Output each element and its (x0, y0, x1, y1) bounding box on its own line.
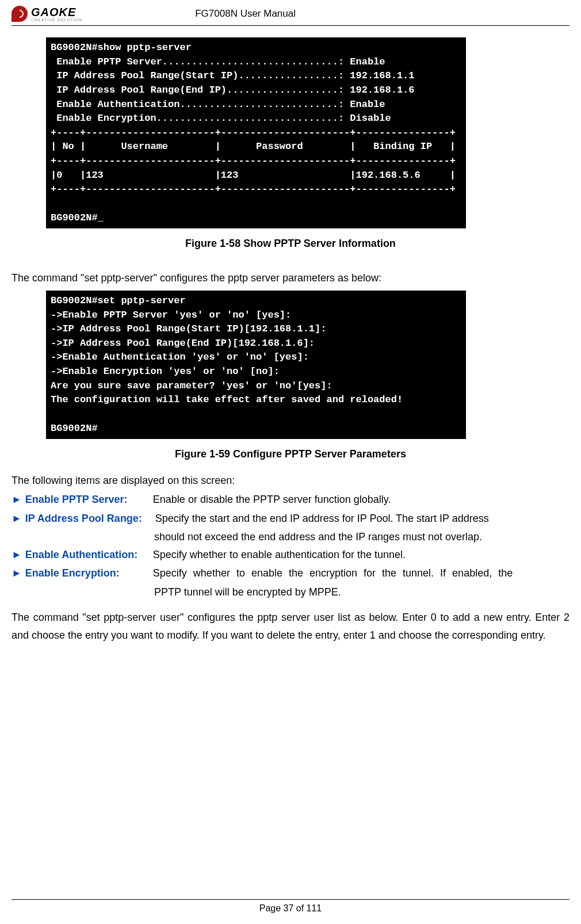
page-number: Page 37 of 111 (259, 903, 322, 913)
def-enable-authentication: ► Enable Authentication: Specify whether… (12, 546, 569, 564)
def-value-continued: should not exceed the end address and th… (154, 528, 569, 546)
intro-set-pptp-server: The command "set pptp-server" configures… (12, 269, 569, 287)
page-footer: Page 37 of 111 (0, 899, 581, 914)
def-value-continued: PPTP tunnel will be encrypted by MPPE. (154, 583, 569, 601)
bullet-icon: ► (12, 564, 22, 582)
bullet-icon: ► (12, 546, 22, 564)
page-header: GAOKE CREATIVE SOLUTION FG7008N User Man… (12, 6, 569, 26)
logo-icon (12, 6, 28, 22)
document-title: FG7008N User Manual (2, 8, 489, 20)
def-value: Specify whether to enable the encryption… (153, 564, 569, 582)
items-intro: The following items are displayed on thi… (12, 472, 569, 490)
bullet-icon: ► (12, 491, 22, 509)
def-label: Enable Authentication: (25, 546, 153, 564)
def-ip-address-pool-range: ► IP Address Pool Range: Specify the sta… (12, 510, 569, 528)
def-enable-pptp-server: ► Enable PPTP Server: Enable or disable … (12, 491, 569, 509)
terminal-output-show-pptp: BG9002N#show pptp-server Enable PPTP Ser… (46, 37, 466, 228)
def-value: Specify the start and the end IP address… (155, 510, 569, 528)
figure-caption-1-58: Figure 1-58 Show PPTP Server Information (12, 238, 569, 250)
def-value: Specify whether to enable authentication… (153, 546, 569, 564)
def-label: Enable PPTP Server: (25, 491, 153, 509)
terminal-output-set-pptp: BG9002N#set pptp-server ->Enable PPTP Se… (46, 291, 466, 439)
def-enable-encryption: ► Enable Encryption: Specify whether to … (12, 564, 569, 582)
def-label: Enable Encryption: (25, 564, 153, 582)
paragraph-set-pptp-user: The command "set pptp-server user" confi… (12, 609, 569, 644)
bullet-icon: ► (12, 510, 22, 528)
def-value: Enable or disable the PPTP server functi… (153, 491, 569, 509)
figure-caption-1-59: Figure 1-59 Configure PPTP Server Parame… (12, 448, 569, 460)
def-label: IP Address Pool Range: (25, 510, 153, 528)
